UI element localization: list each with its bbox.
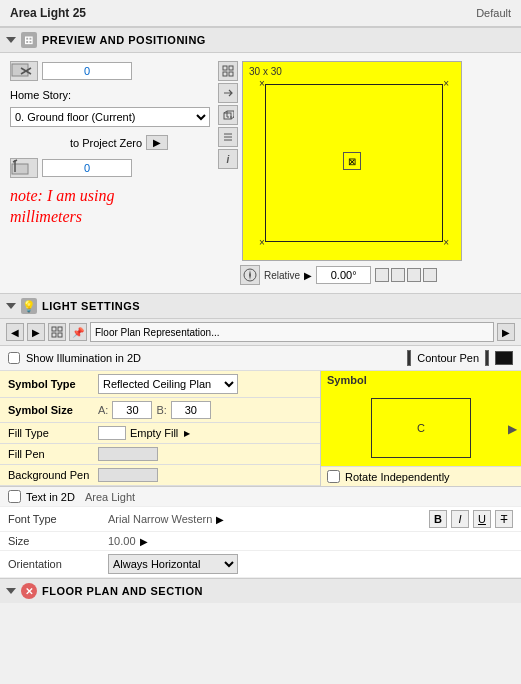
fill-type-value-row: Empty Fill ▶: [98, 426, 192, 440]
contour-pen-swatch[interactable]: [495, 351, 513, 365]
symbol-size-label: Symbol Size: [8, 404, 98, 416]
home-story-select[interactable]: 0. Ground floor (Current): [10, 107, 210, 127]
font-type-label: Font Type: [8, 513, 108, 525]
canvas-tool-3d[interactable]: [218, 105, 238, 125]
floor-plan-icon: ✕: [21, 583, 37, 599]
size-inputs: A: B:: [98, 401, 211, 419]
font-style-buttons: B I U T: [429, 510, 513, 528]
light-settings-content: ◀ ▶ 📌 Floor Plan Representation... ▶ Sho…: [0, 319, 521, 486]
angle-checkbox1[interactable]: [375, 268, 389, 282]
project-zero-button[interactable]: ▶: [146, 135, 168, 150]
canvas-dimension-label: 30 x 30: [249, 66, 282, 77]
angle-checkbox4[interactable]: [423, 268, 437, 282]
light-toolbar: ◀ ▶ 📌 Floor Plan Representation... ▶: [0, 319, 521, 346]
light-section-header[interactable]: 💡 LIGHT SETTINGS: [0, 293, 521, 319]
angle-checkbox3[interactable]: [407, 268, 421, 282]
fill-type-arrow[interactable]: ▶: [182, 428, 192, 438]
canvas-tool-info[interactable]: i: [218, 149, 238, 169]
fill-type-row: Fill Type Empty Fill ▶: [0, 423, 320, 444]
canvas-x-tl: ×: [259, 78, 265, 89]
strikethrough-button[interactable]: T: [495, 510, 513, 528]
window-title: Area Light 25: [10, 6, 86, 20]
x-coord-input[interactable]: [42, 62, 132, 80]
symbol-preview-panel: Symbol C ▶ Rotate Independently: [320, 371, 521, 486]
fill-type-swatch[interactable]: [98, 426, 126, 440]
italic-button[interactable]: I: [451, 510, 469, 528]
floor-plan-collapse-icon: [6, 588, 16, 594]
z-coord-input[interactable]: [42, 159, 132, 177]
toolbar-prev-btn[interactable]: ◀: [6, 323, 24, 341]
canvas-tool-grid[interactable]: [218, 61, 238, 81]
bold-button[interactable]: B: [429, 510, 447, 528]
canvas-tool-arrow[interactable]: [218, 83, 238, 103]
fill-pen-label: Fill Pen: [8, 448, 98, 460]
note-text: note: I am using millimeters: [10, 186, 210, 228]
toolbar-expand-btn[interactable]: ▶: [497, 323, 515, 341]
bg-pen-row: Background Pen: [0, 465, 320, 486]
default-label: Default: [476, 7, 511, 19]
svg-line-5: [13, 160, 17, 162]
preview-section-content: Home Story: 0. Ground floor (Current) to…: [0, 53, 521, 293]
note-line2: millimeters: [10, 207, 210, 228]
font-type-row: Font Type Arial Narrow Western ▶ B I U T: [0, 507, 521, 532]
size-a-label: A:: [98, 404, 108, 416]
x-coord-icon: [10, 61, 38, 81]
underline-button[interactable]: U: [473, 510, 491, 528]
x-coord-row: [10, 61, 210, 81]
svg-rect-20: [58, 333, 62, 337]
size-a-input[interactable]: [112, 401, 152, 419]
contour-pen-bar: [407, 350, 411, 366]
orientation-select[interactable]: Always Horizontal: [108, 554, 238, 574]
z-coord-icon: [10, 158, 38, 178]
svg-rect-6: [223, 66, 227, 70]
rotate-independently-checkbox[interactable]: [327, 470, 340, 483]
symbol-preview-label: Symbol: [321, 371, 521, 389]
collapse-icon: [6, 37, 16, 43]
show-illumination-label: Show Illumination in 2D: [26, 352, 141, 364]
text-size-row: Size 10.00 ▶: [0, 532, 521, 551]
font-type-arrow[interactable]: ▶: [216, 514, 224, 525]
toolbar-next-btn[interactable]: ▶: [27, 323, 45, 341]
canvas-x-br: ×: [443, 237, 449, 248]
text-2d-checkbox[interactable]: [8, 490, 21, 503]
project-zero-row: to Project Zero ▶: [10, 135, 210, 150]
preview-section-header[interactable]: ⊞ PREVIEW AND POSITIONING: [0, 27, 521, 53]
light-icon: 💡: [21, 298, 37, 314]
compass-tool[interactable]: [240, 265, 260, 285]
toolbar-pin-btn[interactable]: 📌: [69, 323, 87, 341]
fill-pen-row: Fill Pen: [0, 444, 320, 465]
angle-checkbox2[interactable]: [391, 268, 405, 282]
svg-rect-7: [229, 66, 233, 70]
fill-pen-swatch[interactable]: [98, 447, 158, 461]
symbol-size-row: Symbol Size A: B:: [0, 398, 320, 423]
symbol-preview-arrow[interactable]: ▶: [508, 422, 517, 436]
size-b-input[interactable]: [171, 401, 211, 419]
svg-rect-17: [52, 327, 56, 331]
canvas-x-bl: ×: [259, 237, 265, 248]
relative-arrow[interactable]: ▶: [304, 270, 312, 281]
light-section-title: LIGHT SETTINGS: [42, 300, 140, 312]
floor-plan-section-header[interactable]: ✕ FLOOR PLAN AND SECTION: [0, 578, 521, 603]
contour-pen-label: Contour Pen: [417, 352, 479, 364]
bg-pen-label: Background Pen: [8, 469, 98, 481]
floor-plan-representation-btn[interactable]: Floor Plan Representation...: [90, 322, 494, 342]
svg-rect-18: [58, 327, 62, 331]
orientation-row: Orientation Always Horizontal: [0, 551, 521, 578]
rotate-row: Rotate Independently: [321, 466, 521, 486]
symbol-type-select[interactable]: Reflected Ceiling Plan: [98, 374, 238, 394]
fill-type-value: Empty Fill: [130, 427, 178, 439]
svg-rect-8: [223, 72, 227, 76]
symbol-properties-area: Symbol Type Reflected Ceiling Plan Symbo…: [0, 371, 521, 486]
title-bar: Area Light 25 Default: [0, 0, 521, 27]
preview-section-title: PREVIEW AND POSITIONING: [42, 34, 206, 46]
canvas-tool-list[interactable]: [218, 127, 238, 147]
bg-pen-swatch[interactable]: [98, 468, 158, 482]
relative-row: Relative ▶: [218, 265, 511, 285]
symbol-c-label: C: [417, 422, 425, 434]
show-illumination-checkbox[interactable]: [8, 352, 20, 364]
canvas-center-symbol: ⊠: [343, 152, 361, 170]
angle-input[interactable]: [316, 266, 371, 284]
size-arrow[interactable]: ▶: [140, 536, 148, 547]
toolbar-grid-btn[interactable]: [48, 323, 66, 341]
text-2d-value: Area Light: [85, 491, 135, 503]
